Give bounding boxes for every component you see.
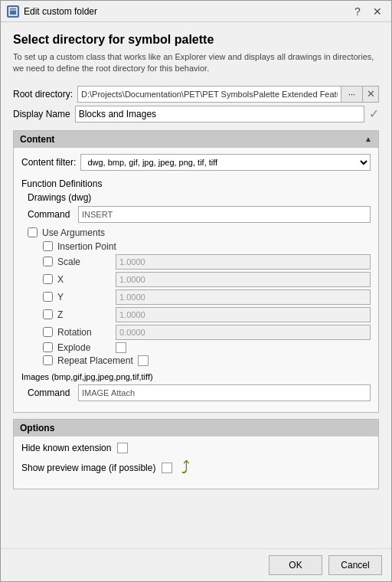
hide-ext-checkbox[interactable]	[117, 443, 128, 453]
window-title: Edit custom folder	[24, 6, 345, 17]
param-rotation-label: Rotation	[57, 327, 111, 338]
filter-select[interactable]: dwg, bmp, gif, jpg, jpeg, png, tif, tiff	[80, 154, 371, 171]
param-scale-checkbox[interactable]	[43, 257, 53, 266]
ok-button[interactable]: OK	[269, 555, 322, 575]
show-preview-checkbox[interactable]	[162, 463, 172, 473]
dialog-content: Select directory for symbol palette To s…	[1, 22, 391, 548]
images-label: Images (bmp,gif,jpg,jpeg,png,tif,tiff)	[21, 372, 371, 381]
param-scale-label: Scale	[57, 257, 111, 267]
param-explode: Explode	[43, 342, 371, 353]
content-panel-title: Content	[20, 134, 54, 145]
param-rotation-input[interactable]	[116, 325, 371, 340]
param-explode-checkbox[interactable]	[43, 342, 53, 352]
hide-ext-label: Hide known extension	[21, 443, 111, 453]
root-directory-input[interactable]	[77, 86, 341, 103]
window-icon	[7, 5, 19, 18]
params-container: Insertion Point Scale X	[43, 241, 371, 366]
options-panel: Options Hide known extension Show previe…	[13, 419, 379, 489]
param-explode-box[interactable]	[116, 342, 126, 353]
show-preview-row: Show preview image (if possible) ⤴	[21, 458, 371, 478]
display-name-row: Display Name ✓	[13, 106, 379, 123]
param-explode-label: Explode	[57, 342, 111, 353]
page-title: Select directory for symbol palette	[13, 33, 379, 47]
filter-label: Content filter:	[21, 157, 76, 168]
show-preview-label: Show preview image (if possible)	[21, 463, 155, 473]
filter-row: Content filter: dwg, bmp, gif, jpg, jpeg…	[21, 154, 371, 171]
dialog-footer: OK Cancel	[1, 548, 391, 581]
param-repeat-box[interactable]	[138, 355, 149, 366]
content-panel-header[interactable]: Content ▲	[14, 131, 378, 148]
dialog-window: Edit custom folder ? ✕ Select directory …	[0, 0, 392, 582]
confirm-icon[interactable]: ✓	[369, 106, 379, 121]
use-arguments-row: Use Arguments	[28, 227, 371, 238]
browse-button[interactable]: ···	[341, 86, 362, 103]
drawings-label: Drawings (dwg)	[28, 192, 371, 203]
title-bar: Edit custom folder ? ✕	[1, 1, 391, 22]
root-directory-row: Root directory: ··· ✕	[13, 86, 379, 103]
options-panel-body: Hide known extension Show preview image …	[14, 436, 378, 489]
command-label: Command	[28, 209, 74, 220]
close-button[interactable]: ✕	[370, 4, 385, 19]
svg-rect-0	[9, 8, 17, 15]
display-name-label: Display Name	[13, 109, 70, 119]
param-insertion-point: Insertion Point	[43, 241, 371, 252]
param-repeat: Repeat Placement	[43, 355, 371, 366]
param-y-checkbox[interactable]	[43, 292, 53, 302]
command-row: Command	[28, 206, 371, 223]
param-y-label: Y	[57, 292, 111, 302]
param-y: Y	[43, 289, 371, 305]
param-scale: Scale	[43, 254, 371, 270]
images-command-row: Command	[28, 384, 371, 401]
param-x-label: X	[57, 274, 111, 285]
param-rotation-checkbox[interactable]	[43, 327, 53, 337]
param-z: Z	[43, 307, 371, 322]
func-def-label: Function Definitions	[21, 178, 371, 189]
display-name-input[interactable]	[75, 106, 364, 123]
param-x: X	[43, 272, 371, 287]
content-panel-arrow: ▲	[364, 135, 372, 143]
content-panel-body: Content filter: dwg, bmp, gif, jpg, jpeg…	[14, 148, 378, 412]
options-panel-header: Options	[14, 420, 378, 436]
param-insertion-point-label: Insertion Point	[57, 241, 116, 252]
command-input[interactable]	[78, 206, 371, 223]
param-z-checkbox[interactable]	[43, 309, 53, 319]
page-description: To set up a custom class that works like…	[13, 51, 379, 75]
param-z-input[interactable]	[116, 307, 371, 322]
param-x-input[interactable]	[116, 272, 371, 287]
use-arguments-label: Use Arguments	[42, 227, 105, 238]
cancel-button[interactable]: Cancel	[328, 555, 382, 575]
param-z-label: Z	[57, 309, 111, 320]
use-arguments-checkbox[interactable]	[28, 227, 38, 237]
help-button[interactable]: ?	[350, 4, 365, 19]
images-command-label: Command	[28, 387, 74, 398]
clear-root-button[interactable]: ✕	[362, 86, 379, 103]
param-scale-input[interactable]	[116, 254, 371, 270]
content-panel: Content ▲ Content filter: dwg, bmp, gif,…	[13, 130, 379, 413]
hide-ext-row: Hide known extension	[21, 443, 371, 453]
root-directory-label: Root directory:	[13, 89, 73, 100]
param-repeat-label: Repeat Placement	[57, 355, 133, 366]
param-rotation: Rotation	[43, 325, 371, 340]
images-command-input[interactable]	[78, 384, 371, 401]
param-insertion-point-checkbox[interactable]	[43, 241, 53, 251]
param-repeat-checkbox[interactable]	[43, 355, 53, 365]
param-y-input[interactable]	[116, 289, 371, 305]
arrow-indicator-icon: ⤴	[181, 458, 190, 478]
param-x-checkbox[interactable]	[43, 274, 53, 284]
